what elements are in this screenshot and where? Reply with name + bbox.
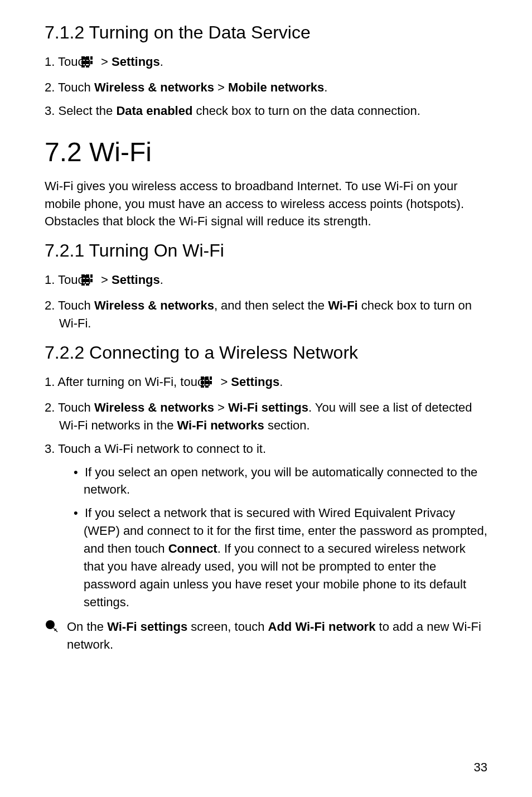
text: . — [160, 55, 163, 69]
svg-rect-6 — [81, 65, 85, 67]
text: > — [214, 80, 228, 94]
text-bold: Wi-Fi networks — [177, 418, 264, 432]
text-bold: Mobile networks — [228, 80, 324, 94]
step-7-1-2-1: 1. Touch > Settings. — [45, 53, 487, 73]
heading-7-2: 7.2 Wi-Fi — [45, 137, 487, 167]
svg-rect-23 — [205, 385, 209, 388]
page-content: 7.1.2 Turning on the Data Service 1. Tou… — [0, 0, 532, 797]
text-bold: Settings — [231, 375, 279, 389]
svg-rect-10 — [90, 274, 93, 278]
heading-7-1-2: 7.1.2 Turning on the Data Service — [45, 22, 487, 43]
step-7-2-2-2: 2. Touch Wireless & networks > Wi-Fi set… — [45, 399, 487, 434]
page-number: 33 — [474, 760, 487, 775]
text-bold: Add Wi-Fi network — [268, 620, 376, 634]
svg-rect-20 — [205, 381, 209, 384]
text-bold: Wi-Fi settings — [228, 400, 308, 414]
step-7-1-2-3: 3. Select the Data enabled check box to … — [45, 102, 487, 120]
tip-icon — [45, 619, 59, 636]
paragraph-7-2: Wi-Fi gives you wireless access to broad… — [45, 177, 487, 231]
svg-rect-3 — [81, 61, 85, 64]
svg-rect-2 — [90, 56, 93, 60]
svg-rect-7 — [86, 65, 89, 67]
tip-text: On the Wi-Fi settings screen, touch Add … — [67, 618, 487, 654]
svg-rect-11 — [81, 279, 85, 282]
text-bold: Settings — [112, 55, 160, 69]
svg-rect-1 — [86, 56, 89, 60]
text-bold: Connect — [168, 542, 217, 556]
text: 1. After turning on Wi-Fi, touch — [45, 375, 214, 389]
svg-rect-18 — [210, 376, 212, 380]
text: 3. Select the — [45, 104, 116, 118]
text-bold: Settings — [112, 273, 160, 287]
step-7-2-1-2: 2. Touch Wireless & networks, and then s… — [45, 297, 487, 332]
text: On the — [67, 620, 107, 634]
svg-rect-17 — [205, 376, 209, 380]
text-bold: Wi-Fi — [328, 298, 358, 312]
text: . — [324, 80, 327, 94]
text: section. — [264, 418, 310, 432]
text: check box to turn on the data connection… — [192, 104, 420, 118]
bullet-1: • If you select an open network, you wil… — [45, 463, 487, 499]
text-bold: Wireless & networks — [94, 80, 214, 94]
text-bold: Data enabled — [116, 104, 192, 118]
text: > — [101, 273, 112, 287]
step-7-2-2-1: 1. After turning on Wi-Fi, touch > Setti… — [45, 373, 487, 393]
svg-rect-16 — [201, 376, 204, 380]
text: . — [160, 273, 163, 287]
svg-point-24 — [46, 620, 55, 629]
heading-7-2-1: 7.2.1 Turning On Wi-Fi — [45, 240, 487, 261]
text: 2. Touch — [45, 400, 94, 414]
svg-rect-4 — [86, 61, 89, 64]
text: 2. Touch — [45, 298, 94, 312]
svg-rect-19 — [201, 381, 204, 384]
text-bold: Wi-Fi settings — [107, 620, 187, 634]
svg-rect-9 — [86, 274, 89, 278]
step-7-1-2-2: 2. Touch Wireless & networks > Mobile ne… — [45, 79, 487, 96]
text: > — [214, 400, 228, 414]
svg-rect-12 — [86, 279, 89, 282]
step-7-2-1-1: 1. Touch > Settings. — [45, 271, 487, 291]
svg-rect-22 — [201, 385, 204, 388]
tip-block: On the Wi-Fi settings screen, touch Add … — [45, 618, 487, 654]
svg-rect-0 — [81, 56, 85, 60]
svg-rect-15 — [86, 283, 89, 286]
text-bold: Wireless & networks — [94, 298, 214, 312]
text: . — [279, 375, 283, 389]
bullet-2: • If you select a network that is secure… — [45, 504, 487, 611]
heading-7-2-2: 7.2.2 Connecting to a Wireless Network — [45, 342, 487, 363]
text: screen, touch — [187, 620, 268, 634]
step-7-2-2-3: 3. Touch a Wi-Fi network to connect to i… — [45, 440, 487, 458]
text: , and then select the — [214, 298, 328, 312]
text: 2. Touch — [45, 80, 94, 94]
svg-rect-5 — [90, 61, 93, 64]
svg-rect-8 — [81, 274, 85, 278]
text-bold: Wireless & networks — [94, 400, 214, 414]
svg-rect-21 — [210, 381, 212, 384]
text: > — [220, 375, 231, 389]
text: > — [101, 55, 112, 69]
svg-rect-14 — [81, 283, 85, 286]
text: If you select an open network, you will … — [84, 465, 477, 497]
svg-rect-13 — [90, 279, 93, 282]
